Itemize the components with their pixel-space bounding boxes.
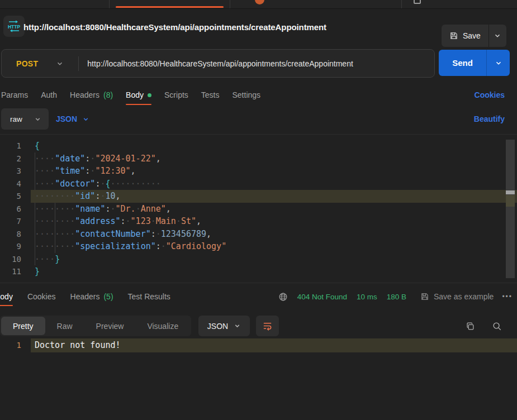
response-meta-row: BodyCookiesHeaders(5)Test Results 404 No…: [0, 284, 517, 309]
send-button[interactable]: Send: [439, 50, 486, 76]
line-content: ········"contactNumber":·123456789,: [31, 228, 517, 241]
search-icon[interactable]: [488, 316, 505, 336]
editor-line-8[interactable]: 8········"contactNumber":·123456789,: [0, 228, 517, 241]
editor-line-1[interactable]: 1{: [0, 140, 517, 152]
response-language-value: JSON: [207, 322, 228, 331]
response-view-toolbar: PrettyRawPreviewVisualize JSON: [0, 314, 517, 337]
response-status[interactable]: 404 Not Found: [297, 293, 347, 301]
view-visualize[interactable]: Visualize: [135, 317, 190, 335]
line-content: Doctor not found!: [31, 338, 517, 352]
tab-label: Auth: [41, 90, 57, 99]
response-time[interactable]: 10 ms: [357, 293, 377, 301]
editor-line-6[interactable]: 6········"name":·"Dr.·Anne",: [0, 203, 517, 216]
copy-icon[interactable]: [462, 316, 478, 336]
tab-label: Body: [0, 292, 13, 301]
save-options-button[interactable]: [488, 25, 506, 47]
save-label: Save: [463, 31, 481, 40]
http-request-icon: HTTP: [3, 16, 25, 37]
divider: [78, 56, 79, 71]
view-pretty[interactable]: Pretty: [1, 317, 45, 335]
tab-count-badge: (8): [103, 90, 113, 99]
save-control: Save: [442, 25, 506, 47]
editor-line-2[interactable]: 2····"date":·"2024-01-22",: [0, 152, 517, 165]
editor-scrollbar[interactable]: [506, 140, 515, 278]
save-icon: [420, 292, 429, 301]
line-number: 8: [0, 228, 31, 241]
tab-label: Body: [126, 90, 144, 99]
tab-scripts[interactable]: Scripts: [164, 84, 188, 106]
response-tab-test-results[interactable]: Test Results: [128, 292, 170, 301]
editor-line-4[interactable]: 4····"doctor":·{··········: [0, 178, 517, 190]
body-format-dropdown[interactable]: raw: [1, 108, 49, 130]
save-button[interactable]: Save: [442, 25, 488, 47]
url-input[interactable]: http://localhost:8080/HealthcareSystem/a…: [87, 59, 353, 68]
unsaved-indicator-dot: [255, 0, 264, 4]
line-content: ····"date":·"2024-01-22",: [31, 152, 517, 165]
tab-tests[interactable]: Tests: [201, 84, 220, 106]
editor-lines: 1{2····"date":·"2024-01-22",3····"time":…: [0, 140, 517, 278]
line-number: 2: [0, 152, 31, 165]
line-number: 4: [0, 178, 31, 190]
tab-body[interactable]: Body: [126, 84, 151, 106]
editor-line-11[interactable]: 11}: [0, 265, 517, 278]
response-body[interactable]: 1Doctor not found!: [0, 338, 517, 352]
tab-label: Scripts: [164, 90, 188, 99]
partial-tab-icon: [414, 0, 421, 4]
line-number: 11: [0, 265, 31, 278]
line-number: 1: [0, 140, 31, 152]
chevron-down-icon[interactable]: [56, 60, 64, 68]
tab-label: Cookies: [27, 292, 56, 301]
chevron-down-icon: [495, 59, 502, 67]
editor-line-5[interactable]: 5········"id":·10,: [0, 190, 517, 203]
line-content: ········"id":·10,: [31, 190, 517, 203]
response-size[interactable]: 180 B: [387, 293, 406, 301]
active-tab-underline: [116, 6, 224, 8]
editor-line-10[interactable]: 10····}: [0, 253, 517, 266]
tab-headers[interactable]: Headers(8): [70, 84, 113, 106]
send-options-button[interactable]: [486, 50, 510, 76]
line-number: 1: [0, 338, 31, 352]
response-tab-headers[interactable]: Headers(5): [70, 292, 113, 301]
beautify-button[interactable]: Beautify: [474, 108, 505, 130]
editor-line-3[interactable]: 3····"time":·"12:30",: [0, 165, 517, 178]
tab-label: Headers: [70, 292, 100, 301]
tab-label: Test Results: [128, 292, 170, 301]
editor-line-9[interactable]: 9········"specialization":·"Cardiology": [0, 240, 517, 253]
url-builder: POST http://localhost:8080/HealthcareSys…: [1, 49, 435, 78]
tab-label: Settings: [233, 90, 261, 99]
chevron-down-icon: [34, 116, 41, 123]
body-language-dropdown[interactable]: JSON: [56, 108, 89, 130]
app-tab-strip: [0, 0, 517, 9]
body-toolbar: raw JSON Beautify: [0, 108, 517, 130]
method-selector[interactable]: POST: [2, 59, 38, 68]
response-language-dropdown[interactable]: JSON: [198, 316, 250, 336]
tab-label: Tests: [201, 90, 220, 99]
cookies-link[interactable]: Cookies: [475, 84, 505, 106]
line-content: ········"address":·"123·Main·St",: [31, 215, 517, 228]
tab-auth[interactable]: Auth: [41, 84, 57, 106]
request-body-editor[interactable]: 1{2····"date":·"2024-01-22",3····"time":…: [0, 135, 517, 283]
save-as-example-button[interactable]: Save as example: [420, 292, 494, 301]
response-status-cluster: 404 Not Found 10 ms 180 B Save as exampl…: [278, 284, 513, 309]
response-line-1[interactable]: 1Doctor not found!: [0, 338, 517, 352]
tab-divider: [401, 0, 402, 9]
svg-text:HTTP: HTTP: [8, 24, 21, 30]
more-options-icon[interactable]: •••: [502, 293, 513, 300]
tab-settings[interactable]: Settings: [233, 84, 261, 106]
save-as-example-label: Save as example: [434, 292, 494, 301]
response-view-switcher: PrettyRawPreviewVisualize: [0, 316, 191, 336]
editor-line-7[interactable]: 7········"address":·"123·Main·St",: [0, 215, 517, 228]
tab-params[interactable]: Params: [1, 84, 28, 106]
chevron-down-icon: [234, 322, 241, 330]
divider: [0, 283, 517, 283]
line-content: ········"name":·"Dr.·Anne",: [31, 203, 517, 216]
view-preview[interactable]: Preview: [84, 317, 136, 335]
view-raw[interactable]: Raw: [45, 317, 84, 335]
response-tab-body[interactable]: Body: [0, 292, 13, 301]
response-tab-cookies[interactable]: Cookies: [27, 292, 56, 301]
request-title-row: HTTP http://localhost:8080/HealthcareSys…: [0, 9, 517, 45]
scrollbar-thumb[interactable]: [506, 190, 515, 194]
tab-divider: [230, 0, 230, 9]
wrap-text-toggle[interactable]: [256, 316, 279, 336]
line-content: {: [31, 140, 517, 152]
